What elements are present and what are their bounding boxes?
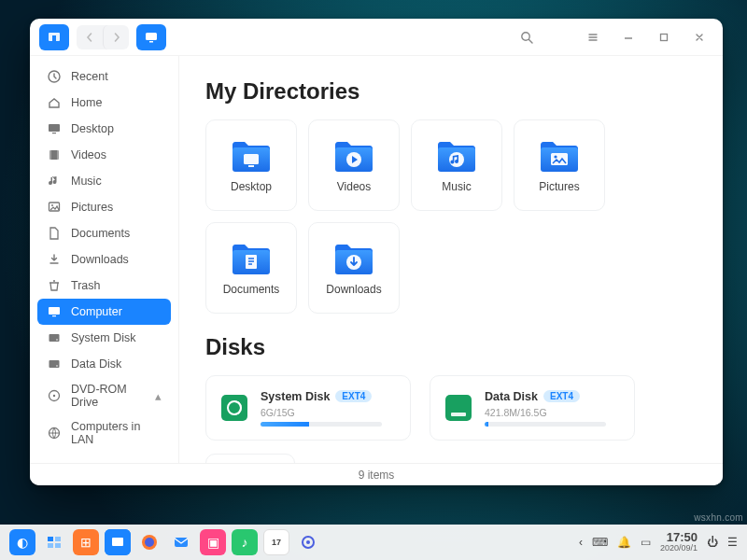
sidebar-item-desktop[interactable]: Desktop [37, 116, 171, 142]
svg-rect-20 [49, 360, 60, 368]
tile-label: Downloads [326, 283, 381, 296]
disk-usage: 6G/15G [261, 407, 397, 418]
sidebar-item-label: Computers in LAN [71, 420, 162, 446]
task-firefox[interactable] [136, 529, 162, 555]
note-icon [47, 174, 62, 189]
disk-icon [444, 393, 473, 423]
drive-icon [47, 330, 62, 345]
tray-keyboard-icon[interactable]: ⌨ [592, 536, 608, 549]
disks-row: System Disk EXT4 6G/15G Data Disk EXT4 4… [205, 375, 697, 441]
nav-group [77, 25, 129, 49]
svg-rect-12 [49, 150, 51, 160]
globe-icon [47, 426, 62, 441]
directory-tile-documents[interactable]: Documents [205, 222, 297, 314]
sidebar-item-systemdisk[interactable]: System Disk [37, 325, 171, 351]
sidebar-item-datadisk[interactable]: Data Disk [37, 351, 171, 377]
sidebar-item-label: Documents [71, 227, 130, 240]
minimize-icon [622, 31, 635, 44]
svg-line-5 [529, 39, 533, 43]
minimize-button[interactable] [614, 24, 642, 50]
svg-rect-27 [248, 165, 254, 167]
task-file-manager[interactable] [105, 529, 131, 555]
svg-point-21 [56, 365, 58, 367]
svg-point-34 [554, 155, 557, 158]
svg-rect-46 [55, 543, 61, 548]
disk-usage-bar [485, 422, 606, 427]
close-button[interactable] [685, 24, 713, 50]
svg-rect-16 [49, 307, 60, 315]
task-mail[interactable] [168, 529, 194, 555]
back-button[interactable] [77, 25, 103, 49]
menu-button[interactable] [579, 24, 607, 50]
sidebar-item-label: Data Disk [71, 357, 121, 371]
sidebar-item-label: Trash [71, 279, 101, 292]
directory-tile-music[interactable]: Music [411, 119, 502, 211]
close-icon [693, 31, 706, 44]
disk-tile-sys[interactable]: System Disk EXT4 6G/15G [205, 375, 411, 441]
sidebar-item-home[interactable]: Home [37, 90, 171, 116]
section-title-disks: Disks [205, 334, 697, 360]
sidebar-item-label: System Disk [71, 331, 135, 344]
directory-tile-downloads[interactable]: Downloads [308, 222, 400, 314]
home-icon [47, 95, 62, 110]
task-settings[interactable] [295, 529, 321, 555]
taskbar: ◐ ⊞ ▣ ♪ 17 ‹ ⌨ 🔔 ▭ 17:50 2020/09/1 ⏻ ☰ [0, 525, 747, 560]
sidebar-item-computer[interactable]: Computer [37, 299, 171, 325]
watermark: wsxhn.com [694, 512, 743, 523]
svg-point-4 [522, 32, 529, 39]
file-icon [47, 226, 62, 241]
tray-battery-icon[interactable]: ▭ [641, 536, 651, 549]
search-button[interactable] [512, 24, 542, 50]
directory-tile-videos[interactable]: Videos [308, 119, 400, 211]
svg-rect-13 [57, 150, 59, 160]
directory-tile-desktop[interactable]: Desktop [205, 119, 297, 211]
sidebar-item-music[interactable]: Music [37, 168, 171, 194]
task-photos[interactable]: ▣ [200, 529, 226, 555]
drive-icon [47, 357, 62, 371]
svg-rect-17 [52, 315, 56, 316]
chevron-up-icon: ▴ [155, 389, 162, 403]
disk-tile-data[interactable]: Data Disk EXT4 421.8M/16.5G [430, 375, 635, 441]
sidebar-item-pictures[interactable]: Pictures [37, 194, 171, 220]
app-icon[interactable] [39, 24, 69, 50]
tray-chevron[interactable]: ‹ [579, 536, 583, 549]
svg-rect-9 [49, 124, 60, 132]
tile-label: Pictures [539, 180, 579, 193]
sidebar-item-dvd[interactable]: DVD-ROM Drive▴ [37, 377, 171, 414]
folder-icon [229, 137, 274, 175]
status-text: 9 items [359, 469, 395, 482]
workspace-button[interactable] [41, 529, 67, 555]
svg-rect-18 [49, 334, 60, 342]
disc-icon [47, 388, 62, 403]
sidebar-item-downloads[interactable]: Downloads [37, 246, 171, 273]
chevron-left-icon [85, 33, 94, 42]
svg-point-52 [306, 540, 310, 544]
svg-rect-7 [661, 34, 668, 40]
svg-rect-1 [52, 35, 56, 41]
directory-tile-pictures[interactable]: Pictures [514, 119, 605, 211]
task-music[interactable]: ♪ [232, 529, 258, 555]
tray-power-icon[interactable]: ⏻ [707, 536, 718, 549]
sidebar-item-recent[interactable]: Recent [37, 63, 171, 90]
sidebar-item-lan[interactable]: Computers in LAN [37, 414, 171, 452]
sidebar-item-label: Home [71, 96, 102, 109]
sidebar-item-documents[interactable]: Documents [37, 220, 171, 246]
image-icon [47, 200, 62, 215]
tray-desktop-icon[interactable]: ☰ [727, 536, 738, 549]
tray-clock[interactable]: 17:50 2020/09/1 [660, 531, 698, 553]
chevron-right-icon [112, 33, 121, 42]
tray-notification-icon[interactable]: 🔔 [617, 536, 631, 549]
location-computer-button[interactable] [136, 24, 166, 50]
launcher-button[interactable]: ◐ [9, 529, 35, 555]
task-app-1[interactable]: ⊞ [73, 529, 99, 555]
sidebar-item-trash[interactable]: Trash [37, 273, 171, 299]
task-calendar[interactable]: 17 [263, 529, 289, 555]
sidebar-item-videos[interactable]: Videos [37, 142, 171, 168]
maximize-button[interactable] [650, 24, 678, 50]
forward-button[interactable] [103, 25, 129, 49]
search-icon [519, 30, 534, 45]
sidebar-item-label: Desktop [71, 122, 114, 135]
folder-icon [229, 240, 274, 277]
disk-usage-bar [261, 422, 382, 427]
folder-icon [434, 137, 479, 175]
